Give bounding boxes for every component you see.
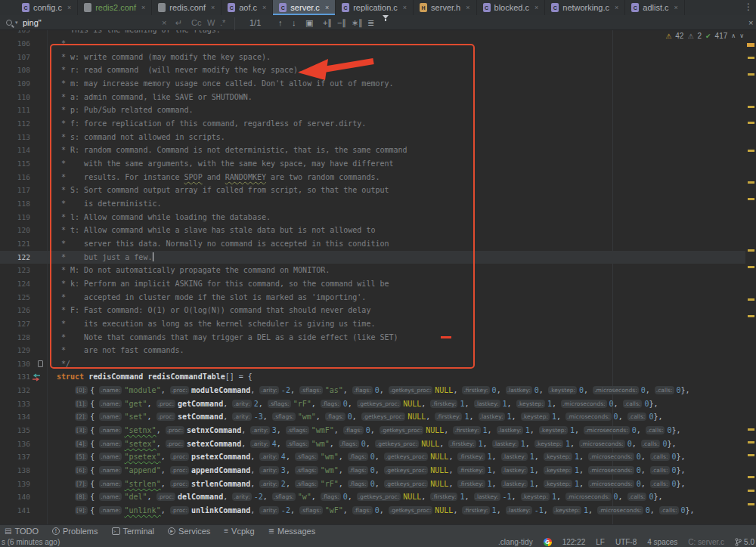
code-line-132[interactable]: 132 [0]:{ .name:"module", .proc:moduleCo…	[0, 384, 756, 397]
remove-occurrence-icon[interactable]: −∥	[337, 15, 346, 30]
line-number[interactable]: 111	[0, 104, 30, 117]
stripe-typo-marker[interactable]	[748, 106, 754, 108]
code-line-121[interactable]: 121 * server this data. Normally no comm…	[0, 237, 756, 251]
code-line-135[interactable]: 135 [3]:{ .name:"setnx", .proc:setnxComm…	[0, 424, 756, 437]
prev-problem-icon[interactable]: ∧	[731, 32, 736, 39]
code-line-114[interactable]: 114 * R: random command. Command is not …	[0, 144, 756, 157]
line-number[interactable]: 114	[0, 144, 30, 157]
line-number[interactable]: 128	[0, 331, 30, 345]
code-line-125[interactable]: 125 * accepted in cluster mode if the sl…	[0, 291, 756, 304]
line-number[interactable]: 134	[0, 410, 30, 424]
error-stripe-scrollbar[interactable]	[745, 30, 756, 524]
code-line-111[interactable]: 111 * p: Pub/Sub related command.	[0, 104, 756, 117]
line-number[interactable]: 110	[0, 91, 30, 104]
multiline-search-icon[interactable]: ≣	[367, 15, 374, 30]
stripe-typo-marker[interactable]	[748, 122, 754, 124]
tab-adlist.c[interactable]: Cadlist.c×	[625, 0, 685, 15]
code-line-126[interactable]: 126 * F: Fast command: O(1) or O(log(N))…	[0, 304, 756, 317]
tab-close-icon[interactable]: ×	[674, 4, 678, 11]
tab-close-icon[interactable]: ×	[211, 4, 215, 11]
tab-close-icon[interactable]: ×	[262, 4, 266, 11]
tab-close-icon[interactable]: ×	[325, 4, 329, 11]
newline-icon[interactable]: ↵	[175, 15, 182, 30]
code-line-138[interactable]: 138 [6]:{ .name:"append", .proc:appendCo…	[0, 464, 756, 477]
code-line-118[interactable]: 118 * is deterministic.	[0, 197, 756, 211]
vcs-status-text[interactable]: s (6 minutes ago)	[2, 537, 60, 547]
tab-replication.c[interactable]: Creplication.c×	[336, 0, 414, 15]
toolwindow-terminal[interactable]: >_Terminal	[112, 527, 155, 536]
code-line-133[interactable]: 133 [1]:{ .name:"get", .proc:getCommand,…	[0, 397, 756, 411]
toolwindow-messages[interactable]: ≣Messages	[268, 527, 316, 536]
line-number[interactable]: 115	[0, 157, 30, 171]
code-line-110[interactable]: 110 * a: admin command, like SAVE or SHU…	[0, 91, 756, 104]
stripe-typo-marker[interactable]	[748, 490, 754, 492]
line-number[interactable]: 133	[0, 397, 30, 411]
tab-close-icon[interactable]: ×	[403, 4, 407, 11]
line-number[interactable]: 138	[0, 464, 30, 477]
search-input[interactable]: ping"	[23, 15, 42, 30]
stripe-typo-marker[interactable]	[748, 298, 754, 301]
code-line-109[interactable]: 109 * m: may increase memory usage once …	[0, 77, 756, 91]
tab-config.c[interactable]: Cconfig.c×	[16, 0, 78, 15]
tab-networking.c[interactable]: Cnetworking.c×	[545, 0, 625, 15]
line-number[interactable]: 120	[0, 224, 30, 237]
encoding-indicator[interactable]: UTF-8	[615, 538, 637, 546]
add-occurrence-icon[interactable]: +∥	[323, 15, 332, 30]
code-line-136[interactable]: 136 [4]:{ .name:"setex", .proc:setexComm…	[0, 437, 756, 451]
line-number[interactable]: 112	[0, 117, 30, 131]
tab-overflow-icon[interactable]: ⋮	[744, 2, 753, 12]
stripe-typo-marker[interactable]	[748, 503, 754, 505]
line-number[interactable]: 135	[0, 424, 30, 437]
line-number[interactable]: 116	[0, 171, 30, 184]
stripe-typo-marker[interactable]	[748, 315, 754, 317]
select-occurrences-icon[interactable]: ∗∥	[352, 15, 363, 30]
code-line-127[interactable]: 127 * its execution as long as the kerne…	[0, 317, 756, 331]
regex-toggle[interactable]: .*	[220, 15, 225, 30]
line-number[interactable]: 117	[0, 184, 30, 197]
code-line-120[interactable]: 120 * t: Allow command while a slave has…	[0, 224, 756, 237]
code-line-113[interactable]: 113 * s: command not allowed in scripts.	[0, 131, 756, 144]
indent-indicator[interactable]: 4 spaces	[647, 538, 677, 546]
code-line-116[interactable]: 116 * results. For instance SPOP and RAN…	[0, 171, 756, 184]
stripe-typo-marker[interactable]	[748, 57, 754, 59]
tab-close-icon[interactable]: ×	[67, 4, 71, 11]
code-line-134[interactable]: 134 [2]:{ .name:"set", .proc:setCommand,…	[0, 410, 756, 424]
select-all-matches-icon[interactable]: ▣	[305, 15, 313, 30]
stripe-typo-marker[interactable]	[748, 454, 754, 456]
stripe-typo-marker[interactable]	[748, 249, 754, 252]
next-match-icon[interactable]: ↓	[292, 15, 296, 30]
line-number[interactable]: 109	[0, 77, 30, 91]
line-number[interactable]: 141	[0, 504, 30, 518]
close-search-icon[interactable]: ×	[748, 15, 753, 30]
stripe-typo-marker[interactable]	[748, 266, 754, 268]
tab-close-icon[interactable]: ×	[615, 4, 618, 11]
stripe-typo-marker[interactable]	[748, 441, 754, 443]
code-line-124[interactable]: 124 * k: Perform an implicit ASKING for …	[0, 277, 756, 291]
next-problem-icon[interactable]: ∨	[739, 32, 744, 39]
tab-redis.conf[interactable]: redis.conf×	[152, 0, 222, 15]
google-style-icon[interactable]: G	[544, 538, 552, 546]
code-line-123[interactable]: 123 * M: Do not automatically propagate …	[0, 264, 756, 277]
toolwindow-services[interactable]: ▸Services	[168, 527, 210, 536]
line-number[interactable]: 139	[0, 477, 30, 491]
stripe-typo-marker[interactable]	[748, 428, 754, 431]
tab-close-icon[interactable]: ×	[141, 4, 145, 11]
previous-match-icon[interactable]: ↑	[278, 15, 283, 30]
toolwindow-problems[interactable]: !Problems	[52, 527, 98, 536]
line-number[interactable]: 131	[0, 370, 30, 384]
stripe-typo-marker[interactable]	[748, 73, 754, 76]
line-number[interactable]: 136	[0, 437, 30, 451]
words-toggle[interactable]: W	[207, 15, 215, 30]
tab-server.h[interactable]: Hserver.h×	[414, 0, 476, 15]
line-number[interactable]: 132	[0, 384, 30, 397]
line-number[interactable]: 126	[0, 304, 30, 317]
line-number[interactable]: 119	[0, 211, 30, 224]
line-number[interactable]: 106	[0, 37, 30, 51]
toolwindow-vcpkg[interactable]: ≡Vcpkg	[224, 527, 254, 536]
line-number[interactable]: 124	[0, 277, 30, 291]
code-editor[interactable]: 105 * This is the meaning of the flags:1…	[0, 30, 756, 524]
stripe-typo-marker[interactable]	[748, 181, 754, 184]
code-line-130[interactable]: 130 */	[0, 357, 756, 371]
tab-redis2.conf[interactable]: redis2.conf×	[78, 0, 152, 15]
code-line-115[interactable]: 115 * with the same arguments, with the …	[0, 157, 756, 171]
